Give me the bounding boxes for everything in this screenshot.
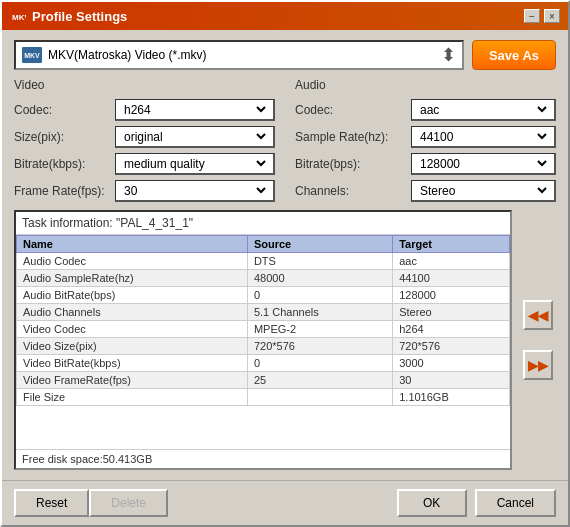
format-select-wrapper[interactable]: MKV MKV(Matroska) Video (*.mkv) ⬍	[14, 40, 464, 70]
cell-name: File Size	[17, 389, 248, 406]
cell-source: MPEG-2	[247, 321, 392, 338]
mkv-icon: MKV	[22, 47, 42, 63]
prev-arrow-button[interactable]: ◀◀	[523, 300, 553, 330]
audio-channels-row: Channels: Stereo	[295, 180, 556, 202]
audio-samplerate-row: Sample Rate(hz): 44100	[295, 126, 556, 148]
video-codec-label: Codec:	[14, 103, 109, 117]
video-codec-select[interactable]: h264	[120, 100, 269, 119]
cell-target: h264	[393, 321, 510, 338]
video-bitrate-dropdown[interactable]: medium quality	[115, 153, 275, 175]
save-as-button[interactable]: Save As	[472, 40, 556, 70]
col-header-source: Source	[247, 236, 392, 253]
nav-arrows: ◀◀ ▶▶	[520, 300, 556, 380]
table-header-row: Name Source Target	[17, 236, 510, 253]
col-header-name: Name	[17, 236, 248, 253]
cell-source	[247, 389, 392, 406]
audio-codec-label: Codec:	[295, 103, 405, 117]
video-size-label: Size(pix):	[14, 130, 109, 144]
table-row: Video CodecMPEG-2h264	[17, 321, 510, 338]
audio-samplerate-select[interactable]: 44100	[416, 127, 550, 146]
cell-name: Audio SampleRate(hz)	[17, 270, 248, 287]
window-title: Profile Settings	[32, 9, 127, 24]
video-framerate-label: Frame Rate(fps):	[14, 184, 109, 198]
video-bitrate-label: Bitrate(kbps):	[14, 157, 109, 171]
audio-bitrate-select[interactable]: 128000	[416, 154, 550, 173]
audio-channels-dropdown[interactable]: Stereo	[411, 180, 556, 202]
cell-target: 128000	[393, 287, 510, 304]
table-row: Video BitRate(kbps)03000	[17, 355, 510, 372]
format-dropdown-arrow[interactable]: ⬍	[441, 44, 456, 66]
main-area: Task information: "PAL_4_31_1" Name Sour…	[14, 210, 556, 470]
table-row: Video FrameRate(fps)2530	[17, 372, 510, 389]
table-row: Audio Channels5.1 ChannelsStereo	[17, 304, 510, 321]
video-framerate-dropdown[interactable]: 30	[115, 180, 275, 202]
minimize-button[interactable]: −	[524, 9, 540, 23]
cell-name: Audio BitRate(bps)	[17, 287, 248, 304]
audio-channels-select[interactable]: Stereo	[416, 181, 550, 200]
profile-settings-window: MKV Profile Settings − × MKV MKV(Matrosk…	[0, 0, 570, 527]
audio-codec-dropdown[interactable]: aac	[411, 99, 556, 121]
video-bitrate-select[interactable]: medium quality	[120, 154, 269, 173]
video-codec-row: Codec: h264	[14, 99, 275, 121]
info-panel: Task information: "PAL_4_31_1" Name Sour…	[14, 210, 512, 470]
task-info-title: Task information: "PAL_4_31_1"	[16, 212, 510, 235]
video-size-select[interactable]: original	[120, 127, 269, 146]
video-size-dropdown[interactable]: original	[115, 126, 275, 148]
window-content: MKV MKV(Matroska) Video (*.mkv) ⬍ Save A…	[2, 30, 568, 480]
reset-button[interactable]: Reset	[14, 489, 89, 517]
cell-source: 720*576	[247, 338, 392, 355]
cell-target: 720*576	[393, 338, 510, 355]
audio-channels-label: Channels:	[295, 184, 405, 198]
video-framerate-row: Frame Rate(fps): 30	[14, 180, 275, 202]
info-data-table: Name Source Target Audio CodecDTSaacAudi…	[16, 235, 510, 406]
audio-codec-select[interactable]: aac	[416, 100, 550, 119]
next-arrow-button[interactable]: ▶▶	[523, 350, 553, 380]
cell-source: 0	[247, 287, 392, 304]
cell-name: Video Codec	[17, 321, 248, 338]
audio-section: Audio Codec: aac Sample Rate(hz): 44100	[295, 78, 556, 202]
bottom-bar: Reset Delete OK Cancel	[2, 480, 568, 525]
cell-target: 3000	[393, 355, 510, 372]
table-row: Video Size(pix)720*576720*576	[17, 338, 510, 355]
title-bar: MKV Profile Settings − ×	[2, 2, 568, 30]
cancel-button[interactable]: Cancel	[475, 489, 556, 517]
audio-bitrate-label: Bitrate(bps):	[295, 157, 405, 171]
video-section-title: Video	[14, 78, 275, 92]
audio-samplerate-dropdown[interactable]: 44100	[411, 126, 556, 148]
ok-button[interactable]: OK	[397, 489, 467, 517]
audio-section-title: Audio	[295, 78, 556, 92]
format-value: MKV(Matroska) Video (*.mkv)	[48, 48, 435, 62]
audio-bitrate-row: Bitrate(bps): 128000	[295, 153, 556, 175]
cell-source: DTS	[247, 253, 392, 270]
cell-target: aac	[393, 253, 510, 270]
table-row: Audio SampleRate(hz)4800044100	[17, 270, 510, 287]
video-bitrate-row: Bitrate(kbps): medium quality	[14, 153, 275, 175]
free-disk-space: Free disk space:50.413GB	[16, 449, 510, 468]
info-table: Name Source Target Audio CodecDTSaacAudi…	[16, 235, 510, 449]
cell-source: 5.1 Channels	[247, 304, 392, 321]
cell-name: Video Size(pix)	[17, 338, 248, 355]
cell-name: Video BitRate(kbps)	[17, 355, 248, 372]
cell-name: Audio Codec	[17, 253, 248, 270]
table-row: Audio CodecDTSaac	[17, 253, 510, 270]
col-header-target: Target	[393, 236, 510, 253]
video-section: Video Codec: h264 Size(pix): original	[14, 78, 275, 202]
app-icon: MKV	[10, 8, 26, 24]
cell-source: 25	[247, 372, 392, 389]
video-size-row: Size(pix): original	[14, 126, 275, 148]
cell-target: Stereo	[393, 304, 510, 321]
table-row: Audio BitRate(bps)0128000	[17, 287, 510, 304]
close-button[interactable]: ×	[544, 9, 560, 23]
cell-target: 44100	[393, 270, 510, 287]
delete-button[interactable]: Delete	[89, 489, 168, 517]
title-controls: − ×	[524, 9, 560, 23]
cell-source: 48000	[247, 270, 392, 287]
audio-bitrate-dropdown[interactable]: 128000	[411, 153, 556, 175]
cell-name: Video FrameRate(fps)	[17, 372, 248, 389]
audio-samplerate-label: Sample Rate(hz):	[295, 130, 405, 144]
video-codec-dropdown[interactable]: h264	[115, 99, 275, 121]
video-framerate-select[interactable]: 30	[120, 181, 269, 200]
left-content: Task information: "PAL_4_31_1" Name Sour…	[14, 210, 512, 470]
table-body: Audio CodecDTSaacAudio SampleRate(hz)480…	[17, 253, 510, 406]
audio-codec-row: Codec: aac	[295, 99, 556, 121]
